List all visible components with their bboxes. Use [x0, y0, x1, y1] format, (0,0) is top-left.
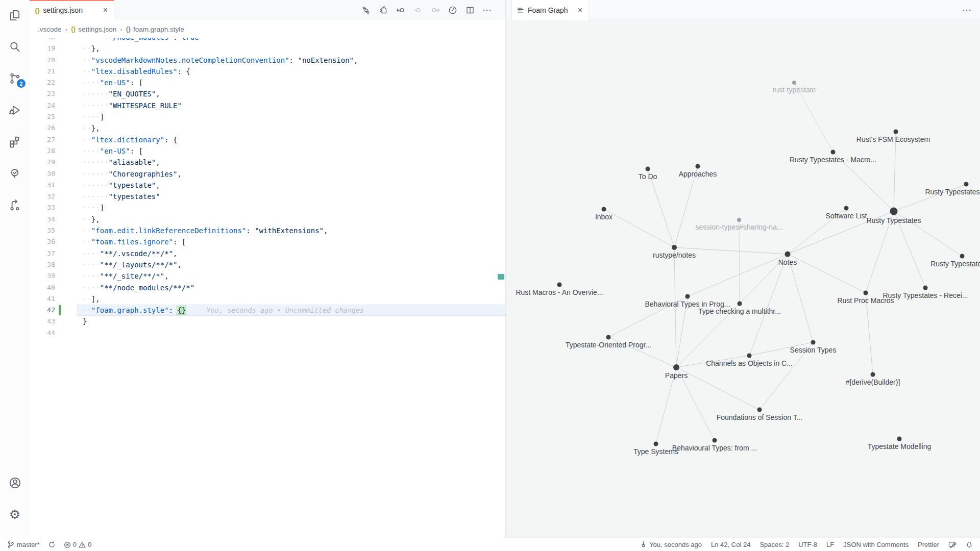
graph-node-rusty-typestates-e[interactable]: [960, 254, 965, 259]
json-file-icon: {}: [35, 7, 40, 14]
graph-node-session-types[interactable]: [811, 340, 816, 345]
code-line[interactable]: 24······"WHITESPACE_RULE": [30, 100, 505, 111]
code-line[interactable]: 34··},: [30, 214, 505, 225]
graph-node-rustype-notes[interactable]: [672, 245, 677, 250]
language-mode-status[interactable]: JSON with Comments: [843, 541, 909, 548]
timeline-icon[interactable]: [448, 6, 457, 15]
graph-node-session-types-sharing[interactable]: [737, 218, 741, 222]
breadcrumb-item-settings-json[interactable]: {} settings.json: [71, 26, 116, 33]
tab-foam-graph[interactable]: Foam Graph ×: [511, 0, 589, 20]
sidebar-item-search[interactable]: [0, 35, 30, 59]
code-line[interactable]: 39····"**/_site/**/*",: [30, 270, 505, 282]
code-line[interactable]: 20··"vscodeMarkdownNotes.noteCompletionC…: [30, 55, 505, 66]
graph-node-rust-proc-macros[interactable]: [864, 291, 868, 295]
activity-bar: 2: [0, 0, 30, 538]
graph-node-notes[interactable]: [785, 252, 791, 257]
tab-settings-json[interactable]: {} settings.json ×: [30, 0, 114, 20]
branch-status[interactable]: master*: [7, 541, 40, 548]
panel-tab-bar: Foam Graph × ⋯: [506, 0, 980, 20]
blame-status[interactable]: You, seconds ago: [640, 541, 702, 548]
code-line[interactable]: 37····"**/.vscode/**/*",: [30, 248, 505, 259]
sidebar-item-extensions[interactable]: [0, 130, 30, 154]
graph-node-rusty-typestates-recei[interactable]: [923, 286, 928, 290]
graph-node-software-list[interactable]: [844, 206, 849, 211]
panel-more-actions-icon[interactable]: ⋯: [962, 0, 980, 20]
code-line[interactable]: 21··"ltex.disabledRules": {: [30, 66, 505, 77]
breadcrumb-item-vscode[interactable]: .vscode: [38, 26, 62, 33]
code-line[interactable]: 40····"**/node_modules/**/*": [30, 282, 505, 293]
graph-node-rusty-typestates[interactable]: [890, 208, 898, 215]
settings-button[interactable]: ⚙: [0, 502, 30, 527]
graph-node-type-systems[interactable]: [654, 442, 658, 446]
next-change-icon[interactable]: [430, 6, 440, 15]
graph-node-behavioral-types-prog[interactable]: [685, 294, 690, 299]
eol-status[interactable]: LF: [826, 541, 834, 548]
sync-button[interactable]: [48, 541, 56, 548]
graph-node-derive-builder[interactable]: [871, 372, 875, 377]
code-line[interactable]: 41··],: [30, 293, 505, 305]
graph-node-channels-objects[interactable]: [747, 354, 752, 358]
code-line[interactable]: 28····"en-US": [: [30, 145, 505, 157]
graph-node-rust-typestate[interactable]: [792, 81, 796, 85]
graph-node-type-checking-multithr[interactable]: [738, 302, 742, 306]
code-line[interactable]: 31······"typestate",: [30, 180, 505, 191]
encoding-status[interactable]: UTF-8: [798, 541, 817, 548]
more-actions-icon[interactable]: ⋯: [482, 5, 492, 16]
code-line[interactable]: 25····]: [30, 111, 505, 122]
accounts-button[interactable]: [0, 470, 30, 495]
breadcrumb-item-foam-graph-style[interactable]: {} foam.graph.style: [126, 26, 184, 33]
graph-node-behavioural-types-from[interactable]: [713, 438, 717, 443]
object-symbol-icon: {}: [126, 26, 131, 33]
code-line[interactable]: 27··"ltex.dictionary": {: [30, 134, 505, 145]
code-line[interactable]: 36··"foam.files.ignore": [: [30, 236, 505, 247]
close-panel-icon[interactable]: ×: [577, 6, 583, 15]
graph-node-rusts-fsm-ecosystem[interactable]: [894, 130, 898, 134]
code-line[interactable]: 29······"aliasable",: [30, 157, 505, 168]
formatter-status[interactable]: Prettier: [918, 541, 939, 548]
sidebar-item-gitlens[interactable]: [0, 193, 30, 217]
code-line[interactable]: 30······"Choreographies",: [30, 168, 505, 180]
previous-change-icon[interactable]: [396, 6, 405, 15]
graph-node-rusty-typestates-ne[interactable]: [964, 182, 969, 187]
code-line[interactable]: 26··},: [30, 122, 505, 134]
graph-node-inbox[interactable]: [602, 207, 606, 212]
notifications-button[interactable]: [966, 541, 973, 548]
graph-node-to-do[interactable]: [646, 167, 650, 171]
sidebar-item-source-control[interactable]: 2: [0, 66, 30, 91]
graph-node-foundations-session[interactable]: [757, 408, 762, 412]
graph-node-typestate-oriented[interactable]: [606, 335, 611, 340]
graph-node-approaches[interactable]: [696, 164, 700, 169]
graph-edge: [866, 293, 873, 374]
sidebar-item-testing-tree[interactable]: [0, 161, 30, 186]
line-number: 28: [30, 145, 55, 157]
sidebar-item-run-debug[interactable]: [0, 98, 30, 122]
close-tab-icon[interactable]: ×: [102, 6, 109, 15]
code-line[interactable]: 19··},: [30, 43, 505, 54]
code-line[interactable]: 33····]: [30, 202, 505, 213]
code-line[interactable]: 32······"typestates": [30, 191, 505, 202]
graph-node-rust-macros-overview[interactable]: [557, 283, 562, 287]
graph-panel-icon: [517, 7, 524, 14]
indentation-status[interactable]: Spaces: 2: [760, 541, 789, 548]
problems-status[interactable]: 0 0: [64, 541, 91, 548]
open-changes-icon[interactable]: [378, 6, 388, 15]
graph-node-rusty-typestates-macro[interactable]: [831, 150, 836, 155]
code-line[interactable]: 43}: [30, 316, 505, 327]
code-line[interactable]: 23······"EN_QUOTES",: [30, 88, 505, 99]
sidebar-item-explorer[interactable]: [0, 3, 30, 28]
split-editor-icon[interactable]: [465, 6, 475, 15]
graph-node-typestate-modelling[interactable]: [897, 437, 902, 441]
compare-changes-icon[interactable]: [361, 6, 371, 15]
code-editor[interactable]: 18····"**/node_modules": true19··},20··"…: [30, 38, 505, 538]
feedback-button[interactable]: [948, 541, 957, 548]
graph-canvas[interactable]: rust-typestateRust's FSM EcosystemRusty …: [506, 20, 980, 538]
graph-node-papers[interactable]: [673, 364, 679, 370]
cursor-position-status[interactable]: Ln 42, Col 24: [711, 541, 750, 548]
current-change-icon[interactable]: [413, 6, 423, 15]
code-line[interactable]: 35··"foam.edit.linkReferenceDefinitions"…: [30, 225, 505, 236]
code-line[interactable]: 44: [30, 328, 505, 339]
code-line[interactable]: 22····"en-US": [: [30, 77, 505, 88]
code-line[interactable]: 18····"**/node_modules": true: [30, 38, 505, 43]
code-line[interactable]: 38····"**/_layouts/**/*",: [30, 259, 505, 270]
code-line[interactable]: 42··"foam.graph.style": {}You, seconds a…: [30, 305, 505, 316]
